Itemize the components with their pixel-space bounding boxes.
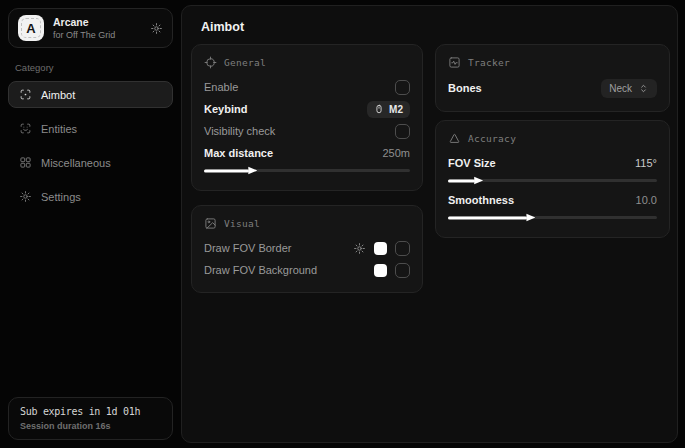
- gear-icon: [19, 190, 32, 203]
- fov-background-label: Draw FOV Background: [204, 264, 317, 276]
- max-distance-slider[interactable]: [204, 165, 410, 176]
- general-card-title: General: [224, 57, 266, 68]
- fov-border-row: Draw FOV Border: [204, 237, 410, 259]
- crosshair-icon: [204, 56, 217, 69]
- sidebar: A Arcane for Off The Grid Category Aimbo…: [0, 0, 181, 448]
- enable-checkbox[interactable]: [395, 80, 410, 95]
- fov-background-checkbox[interactable]: [395, 263, 410, 278]
- max-distance-row: Max distance 250m: [204, 142, 410, 164]
- sidebar-item-entities[interactable]: Entities: [8, 115, 173, 142]
- accuracy-card-header: Accuracy: [448, 132, 657, 145]
- sidebar-item-aimbot[interactable]: Aimbot: [8, 81, 173, 108]
- page-title: Aimbot: [182, 6, 677, 44]
- brand-card: A Arcane for Off The Grid: [8, 8, 173, 48]
- category-label: Category: [15, 62, 166, 73]
- accuracy-card-title: Accuracy: [468, 133, 516, 144]
- grid-icon: [19, 156, 32, 169]
- general-card-header: General: [204, 56, 410, 69]
- sidebar-item-label: Settings: [41, 191, 81, 203]
- fov-border-label: Draw FOV Border: [204, 242, 291, 254]
- sidebar-item-miscellaneous[interactable]: Miscellaneous: [8, 149, 173, 176]
- accuracy-card: Accuracy FOV Size 115° Smoothness 10.0: [435, 120, 670, 238]
- image-icon: [204, 217, 217, 230]
- general-card: General Enable Keybind: [191, 44, 423, 191]
- slider-fill: [448, 216, 527, 219]
- slider-fill: [448, 179, 475, 182]
- enable-label: Enable: [204, 81, 238, 93]
- content-area: General Enable Keybind: [182, 44, 677, 293]
- session-duration-text: Session duration 16s: [20, 421, 161, 431]
- slider-fill: [204, 169, 249, 172]
- brand-text: Arcane for Off The Grid: [53, 16, 141, 40]
- fov-border-color-swatch[interactable]: [374, 242, 387, 255]
- tracker-card-title: Tracker: [468, 57, 510, 68]
- max-distance-value: 250m: [382, 147, 410, 159]
- scan-face-icon: [19, 122, 32, 135]
- bones-label: Bones: [448, 82, 482, 94]
- category-menu: Aimbot Entities Miscellaneous: [8, 81, 173, 210]
- visibility-check-label: Visibility check: [204, 125, 275, 137]
- fov-border-checkbox[interactable]: [395, 241, 410, 256]
- gear-icon[interactable]: [150, 22, 163, 35]
- right-column: Tracker Bones Neck: [435, 44, 670, 293]
- sidebar-item-label: Aimbot: [41, 89, 75, 101]
- smoothness-slider[interactable]: [448, 212, 657, 223]
- visibility-check-checkbox[interactable]: [395, 124, 410, 139]
- bones-selected-value: Neck: [609, 83, 632, 94]
- fov-border-controls: [353, 241, 410, 256]
- bones-select[interactable]: Neck: [601, 79, 657, 98]
- activity-icon: [448, 56, 461, 69]
- sidebar-item-settings[interactable]: Settings: [8, 183, 173, 210]
- fov-size-label: FOV Size: [448, 157, 496, 169]
- keybind-value: M2: [389, 104, 403, 115]
- sub-expiry-text: Sub expires in 1d 01h: [20, 406, 161, 417]
- fov-background-row: Draw FOV Background: [204, 259, 410, 281]
- fov-background-controls: [374, 263, 410, 278]
- visual-card: Visual Draw FOV Border: [191, 205, 423, 293]
- app-name: Arcane: [53, 16, 141, 28]
- sidebar-item-label: Miscellaneous: [41, 157, 111, 169]
- app-logo: A: [18, 15, 44, 41]
- main-panel: Aimbot General Enable: [181, 5, 678, 443]
- keybind-row: Keybind M2: [204, 98, 410, 120]
- smoothness-value: 10.0: [636, 194, 657, 206]
- smoothness-row: Smoothness 10.0: [448, 189, 657, 211]
- bones-row: Bones Neck: [448, 76, 657, 100]
- visibility-check-row: Visibility check: [204, 120, 410, 142]
- gear-icon[interactable]: [353, 242, 366, 255]
- smoothness-label: Smoothness: [448, 194, 514, 206]
- tracker-card-header: Tracker: [448, 56, 657, 69]
- mouse-icon: [374, 104, 384, 114]
- visual-card-title: Visual: [224, 218, 260, 229]
- keybind-button[interactable]: M2: [367, 101, 410, 118]
- app-subtitle: for Off The Grid: [53, 30, 141, 40]
- visual-card-header: Visual: [204, 217, 410, 230]
- subscription-box: Sub expires in 1d 01h Session duration 1…: [8, 397, 173, 440]
- chevrons-up-down-icon: [638, 83, 649, 94]
- keybind-label: Keybind: [204, 103, 247, 115]
- max-distance-label: Max distance: [204, 147, 273, 159]
- enable-row: Enable: [204, 76, 410, 98]
- crosshair-scan-icon: [19, 88, 32, 101]
- sidebar-item-label: Entities: [41, 123, 77, 135]
- fov-size-row: FOV Size 115°: [448, 152, 657, 174]
- fov-background-color-swatch[interactable]: [374, 264, 387, 277]
- fov-size-value: 115°: [635, 157, 657, 169]
- tracker-card: Tracker Bones Neck: [435, 44, 670, 112]
- triangle-icon: [448, 132, 461, 145]
- fov-size-slider[interactable]: [448, 175, 657, 186]
- left-column: General Enable Keybind: [191, 44, 423, 293]
